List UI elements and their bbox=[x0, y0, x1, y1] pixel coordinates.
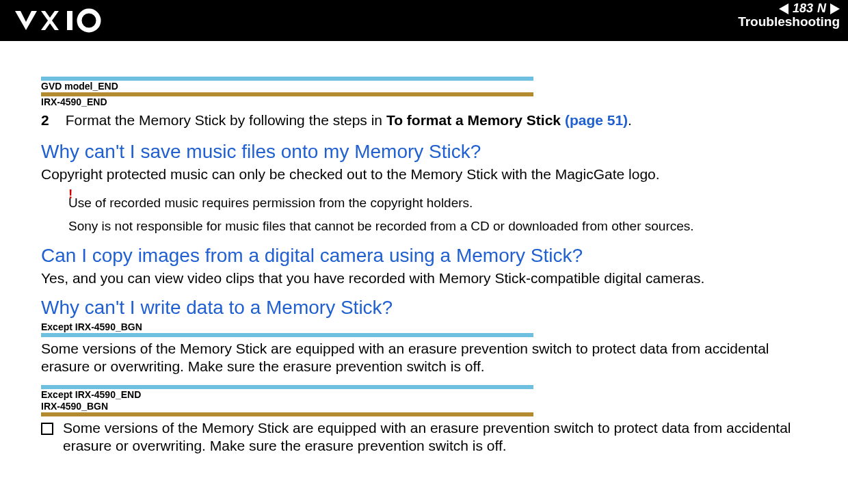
doc-header: 183 N Troubleshooting bbox=[0, 0, 848, 41]
step-text-prefix: Format the Memory Stick by following the… bbox=[66, 112, 386, 128]
model-label-irx-bgn: IRX-4590_BGN bbox=[41, 401, 807, 412]
model-label-gvd-end: GVD model_END bbox=[41, 81, 807, 92]
q2-heading: Can I copy images from a digital camera … bbox=[41, 245, 807, 267]
page-number: 183 bbox=[793, 1, 813, 16]
svg-point-3 bbox=[79, 11, 98, 30]
step-number: 2 bbox=[41, 112, 49, 129]
gold-bar bbox=[41, 412, 533, 416]
q1-heading: Why can't I save music files onto my Mem… bbox=[41, 141, 807, 163]
q3-bullet-text: Some versions of the Memory Stick are eq… bbox=[63, 419, 807, 455]
prev-page-arrow-icon[interactable] bbox=[779, 3, 789, 14]
q2-body: Yes, and you can view video clips that y… bbox=[41, 269, 807, 287]
model-marker-except-bgn: Except IRX-4590_BGN bbox=[41, 321, 807, 337]
n-marker: N bbox=[817, 1, 826, 16]
page-nav: 183 N Troubleshooting bbox=[738, 1, 840, 29]
model-label-except-irx-end: Except IRX-4590_END bbox=[41, 389, 807, 401]
model-marker-group: GVD model_END IRX-4590_END bbox=[41, 77, 807, 108]
model-marker-except-end-irx-bgn: Except IRX-4590_END IRX-4590_BGN bbox=[41, 385, 807, 416]
next-page-arrow-icon[interactable] bbox=[830, 3, 840, 14]
warning-line-2: Sony is not responsible for music files … bbox=[68, 219, 807, 234]
vaio-logo bbox=[14, 8, 116, 36]
page-content: GVD model_END IRX-4590_END 2 Format the … bbox=[0, 41, 848, 485]
step-2: 2 Format the Memory Stick by following t… bbox=[41, 112, 807, 129]
model-label-except-irx-bgn: Except IRX-4590_BGN bbox=[41, 321, 807, 333]
blue-bar bbox=[41, 333, 533, 337]
q3-heading: Why can't I write data to a Memory Stick… bbox=[41, 297, 807, 319]
step-text-bold: To format a Memory Stick bbox=[386, 112, 565, 128]
bullet-box-icon bbox=[41, 423, 53, 435]
section-title: Troubleshooting bbox=[738, 14, 840, 29]
model-label-irx-end: IRX-4590_END bbox=[41, 96, 807, 108]
step-text-suffix: . bbox=[628, 112, 632, 128]
q3-body-1: Some versions of the Memory Stick are eq… bbox=[41, 340, 807, 376]
warning-line-1: Use of recorded music requires permissio… bbox=[68, 196, 807, 211]
svg-rect-2 bbox=[67, 11, 72, 30]
step-text: Format the Memory Stick by following the… bbox=[66, 112, 807, 129]
step-text-link[interactable]: (page 51) bbox=[565, 112, 628, 128]
q1-body: Copyright protected music can only be ch… bbox=[41, 165, 807, 183]
warning-block: ! Use of recorded music requires permiss… bbox=[68, 193, 807, 234]
q3-bullet: Some versions of the Memory Stick are eq… bbox=[41, 419, 807, 455]
